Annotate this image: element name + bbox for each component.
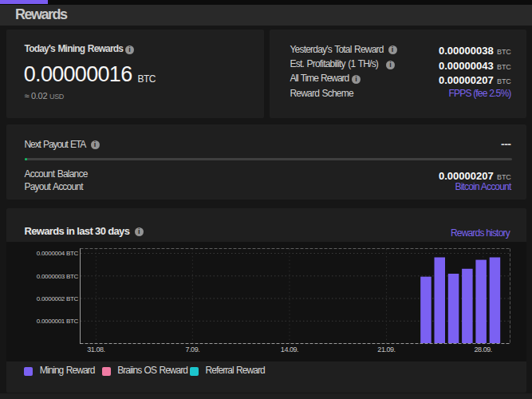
svg-text:14.09.: 14.09. <box>281 346 298 354</box>
svg-text:31.08.: 31.08. <box>87 346 104 354</box>
svg-text:21.09.: 21.09. <box>377 346 395 354</box>
svg-text:0.0000003 BTC: 0.0000003 BTC <box>37 273 79 280</box>
svg-text:28.09.: 28.09. <box>475 346 492 354</box>
svg-text:0.0000004 BTC: 0.0000004 BTC <box>37 250 79 257</box>
svg-text:0.0000001 BTC: 0.0000001 BTC <box>37 318 79 325</box>
svg-text:7.09.: 7.09. <box>186 346 200 354</box>
svg-text:0.0000002 BTC: 0.0000002 BTC <box>37 295 79 302</box>
